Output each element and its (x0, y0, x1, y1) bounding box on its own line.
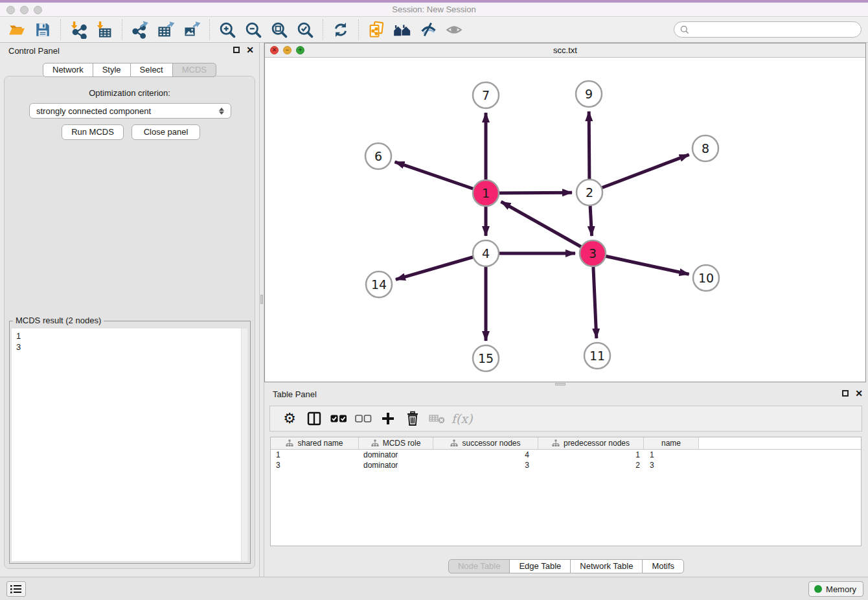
graph-node-8[interactable]: 8 (692, 135, 718, 161)
export-network-icon[interactable] (127, 19, 153, 41)
graph-node-4[interactable]: 4 (473, 240, 499, 266)
cell-shared-name[interactable]: 1 (271, 450, 359, 460)
tab-select[interactable]: Select (130, 63, 173, 77)
vertical-splitter[interactable] (259, 43, 264, 577)
graph-edge-2-8[interactable] (589, 155, 689, 192)
svg-text:3: 3 (589, 246, 597, 260)
graph-node-15[interactable]: 15 (473, 345, 499, 371)
column-header-mcds-role[interactable]: MCDS role (359, 437, 433, 449)
cell-mcds-role[interactable]: dominator (359, 450, 433, 460)
memory-label: Memory (826, 584, 856, 594)
search-box[interactable] (674, 21, 862, 38)
graph-node-2[interactable]: 2 (577, 179, 602, 205)
toolbar-separator (323, 19, 323, 40)
split-panel-layout-icon[interactable] (304, 408, 325, 429)
zoom-selected-icon[interactable] (292, 19, 318, 41)
delete-columns-trash-icon[interactable] (402, 408, 423, 429)
equation-builder-icon[interactable]: f(x) (451, 408, 472, 429)
svg-text:14: 14 (371, 277, 387, 292)
import-network-icon[interactable] (65, 19, 91, 41)
table-toolbar: ⚙ f(x) (269, 406, 862, 432)
close-panel-button[interactable]: Close panel (131, 124, 200, 140)
cell-mcds-role[interactable]: dominator (359, 460, 433, 470)
cell-name[interactable]: 3 (644, 460, 699, 470)
network-overview-icon[interactable] (389, 19, 415, 41)
svg-text:10: 10 (698, 271, 714, 285)
result-scrollbar[interactable] (241, 329, 247, 561)
cell-successor-nodes[interactable]: 4 (433, 450, 538, 460)
select-stepper-icon (219, 108, 224, 115)
zoom-in-icon[interactable] (214, 19, 240, 41)
column-header-name[interactable]: name (644, 437, 699, 449)
column-header-predecessor-nodes[interactable]: predecessor nodes (538, 437, 644, 449)
graph-edge-3-1[interactable] (501, 202, 593, 253)
save-session-icon[interactable] (30, 19, 56, 41)
mcds-result-group: MCDS result (2 nodes) 1 3 (9, 321, 251, 564)
close-panel-icon[interactable]: ✕ (855, 389, 863, 397)
float-panel-icon[interactable] (842, 390, 849, 397)
cell-predecessor-nodes[interactable]: 1 (538, 450, 644, 460)
graph-node-11[interactable]: 11 (584, 343, 610, 369)
close-panel-icon[interactable]: ✕ (246, 46, 254, 54)
task-history-button[interactable] (6, 581, 26, 597)
show-graphics-details-icon[interactable] (441, 19, 467, 41)
control-panel: Control Panel ✕ Network Style Select MCD… (0, 43, 259, 577)
run-mcds-button[interactable]: Run MCDS (62, 124, 124, 140)
cell-predecessor-nodes[interactable]: 2 (538, 460, 644, 470)
graph-node-1[interactable]: 1 (473, 180, 499, 206)
hierarchy-icon (552, 439, 560, 447)
graph-edge-3-10[interactable] (593, 253, 689, 274)
zoom-out-icon[interactable] (240, 19, 266, 41)
graph-node-6[interactable]: 6 (365, 143, 391, 169)
refresh-view-icon[interactable] (328, 19, 354, 41)
clone-network-icon[interactable] (363, 19, 389, 41)
toolbar-separator (122, 19, 122, 40)
tab-node-table[interactable]: Node Table (448, 559, 510, 573)
cell-shared-name[interactable]: 3 (271, 460, 359, 470)
create-new-column-icon[interactable] (378, 408, 398, 429)
memory-status-icon (814, 585, 822, 593)
column-settings-gear-icon[interactable]: ⚙ (279, 408, 300, 429)
select-all-rows-icon[interactable] (328, 408, 349, 429)
network-graph[interactable]: 7968124314101511 (265, 58, 865, 382)
graph-edge-1-6[interactable] (395, 162, 486, 193)
graph-node-7[interactable]: 7 (473, 82, 499, 108)
graph-edge-4-14[interactable] (396, 253, 486, 279)
tab-edge-table[interactable]: Edge Table (509, 559, 571, 573)
splitter-grip[interactable] (555, 383, 565, 386)
tab-network[interactable]: Network (43, 63, 93, 77)
memory-button[interactable]: Memory (808, 581, 863, 597)
svg-text:15: 15 (478, 351, 494, 365)
graph-node-9[interactable]: 9 (576, 81, 602, 107)
column-header-successor-nodes[interactable]: successor nodes (433, 437, 538, 449)
export-table-icon[interactable] (153, 19, 179, 41)
table-header-row: shared name MCDS role successor nodes pr… (271, 437, 861, 450)
cell-name[interactable]: 1 (644, 450, 699, 460)
cell-successor-nodes[interactable]: 3 (433, 460, 538, 470)
table-row[interactable]: 1 dominator 4 1 1 (271, 450, 861, 460)
svg-text:11: 11 (589, 349, 605, 363)
tab-network-table[interactable]: Network Table (570, 559, 643, 573)
mcds-result-textarea[interactable]: 1 3 (12, 329, 247, 561)
tab-motifs[interactable]: Motifs (642, 559, 684, 573)
tab-mcds[interactable]: MCDS (172, 63, 216, 77)
export-image-icon[interactable] (179, 19, 205, 41)
column-header-shared-name[interactable]: shared name (271, 437, 359, 449)
tab-style[interactable]: Style (93, 63, 131, 77)
zoom-fit-icon[interactable] (266, 19, 292, 41)
open-session-icon[interactable] (4, 19, 30, 41)
table-row[interactable]: 3 dominator 3 2 3 (271, 460, 861, 470)
graph-node-14[interactable]: 14 (366, 271, 392, 297)
hide-graphics-details-icon[interactable] (415, 19, 441, 41)
network-window-titlebar[interactable]: ✕ − + scc.txt (265, 43, 865, 58)
search-input[interactable] (690, 24, 856, 35)
import-table-icon[interactable] (91, 19, 117, 41)
float-panel-icon[interactable] (233, 47, 240, 53)
graph-node-3[interactable]: 3 (580, 240, 606, 266)
deselect-all-rows-icon[interactable] (353, 408, 374, 429)
splitter-grip[interactable] (260, 295, 263, 304)
svg-text:9: 9 (585, 87, 593, 101)
delete-table-icon[interactable] (427, 408, 448, 429)
graph-node-10[interactable]: 10 (693, 265, 719, 291)
optimization-criterion-select[interactable]: strongly connected component (29, 103, 231, 119)
